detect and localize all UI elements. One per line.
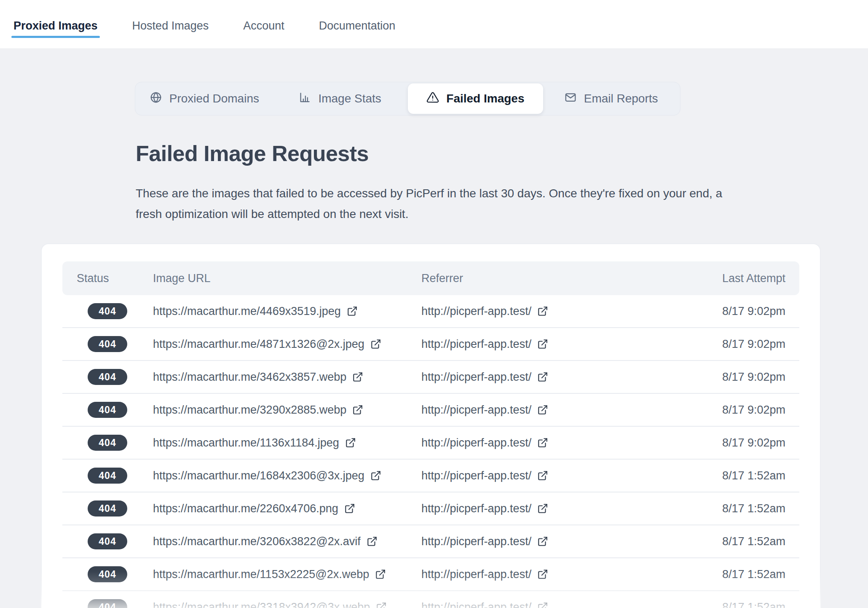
external-link-icon[interactable]	[376, 602, 387, 608]
top-nav: Proxied Images Hosted Images Account Doc…	[0, 0, 868, 49]
external-link-icon[interactable]	[537, 437, 548, 448]
nav-item-proxied-images[interactable]: Proxied Images	[13, 11, 98, 32]
external-link-icon[interactable]	[537, 536, 548, 547]
status-cell: 404	[77, 369, 153, 385]
external-link-icon[interactable]	[537, 503, 548, 514]
tab-label: Proxied Domains	[169, 92, 259, 105]
referrer-link[interactable]: http://picperf-app.test/	[421, 601, 531, 608]
page-title: Failed Image Requests	[136, 141, 868, 166]
external-link-icon[interactable]	[537, 371, 548, 382]
referrer-link[interactable]: http://picperf-app.test/	[421, 305, 531, 318]
external-link-icon[interactable]	[345, 437, 356, 448]
last-attempt: 8/17 9:02pm	[722, 338, 785, 351]
nav-item-documentation[interactable]: Documentation	[319, 11, 396, 32]
status-cell: 404	[77, 533, 153, 549]
last-attempt: 8/17 9:02pm	[722, 436, 785, 449]
last-attempt: 8/17 1:52am	[722, 469, 785, 482]
tab-label: Email Reports	[584, 92, 658, 105]
external-link-icon[interactable]	[352, 371, 363, 382]
table-row: 404 https://macarthur.me/3290x2885.webp …	[62, 394, 799, 427]
referrer-cell: http://picperf-app.test/	[421, 568, 722, 581]
table-body: 404 https://macarthur.me/4469x3519.jpeg …	[62, 295, 799, 608]
main-content: Proxied Domains Image Stats	[0, 82, 868, 608]
image-url-link[interactable]: https://macarthur.me/4469x3519.jpeg	[153, 305, 341, 318]
last-attempt: 8/17 9:02pm	[722, 305, 785, 318]
nav-item-hosted-images[interactable]: Hosted Images	[132, 11, 209, 32]
status-cell: 404	[77, 303, 153, 319]
external-link-icon[interactable]	[537, 339, 548, 350]
referrer-link[interactable]: http://picperf-app.test/	[421, 469, 531, 482]
column-header-status: Status	[77, 272, 153, 285]
external-link-icon[interactable]	[370, 339, 381, 350]
image-url-cell: https://macarthur.me/1153x2225@2x.webp	[153, 568, 421, 581]
referrer-link[interactable]: http://picperf-app.test/	[421, 502, 531, 515]
image-url-cell: https://macarthur.me/1136x1184.jpeg	[153, 436, 421, 449]
nav-item-account[interactable]: Account	[243, 11, 284, 32]
tab-label: Failed Images	[446, 92, 524, 105]
image-url-cell: https://macarthur.me/4469x3519.jpeg	[153, 305, 421, 318]
referrer-cell: http://picperf-app.test/	[421, 305, 722, 318]
image-url-link[interactable]: https://macarthur.me/3318x3942@3x.webp	[153, 601, 370, 608]
status-badge: 404	[88, 336, 127, 352]
external-link-icon[interactable]	[537, 404, 548, 415]
referrer-link[interactable]: http://picperf-app.test/	[421, 404, 531, 417]
column-header-referrer: Referrer	[421, 272, 722, 285]
table-row: 404 https://macarthur.me/1153x2225@2x.we…	[62, 558, 799, 591]
image-url-link[interactable]: https://macarthur.me/4871x1326@2x.jpeg	[153, 338, 364, 351]
page-description: These are the images that failed to be a…	[136, 183, 730, 224]
status-cell: 404	[77, 402, 153, 418]
status-badge: 404	[88, 500, 127, 517]
image-url-link[interactable]: https://macarthur.me/1684x2306@3x.jpeg	[153, 469, 364, 482]
external-link-icon[interactable]	[344, 503, 355, 514]
referrer-cell: http://picperf-app.test/	[421, 601, 722, 608]
external-link-icon[interactable]	[537, 470, 548, 481]
tab-failed-images[interactable]: Failed Images	[408, 83, 544, 114]
image-url-cell: https://macarthur.me/3290x2885.webp	[153, 404, 421, 417]
referrer-link[interactable]: http://picperf-app.test/	[421, 436, 531, 449]
table-row: 404 https://macarthur.me/3462x3857.webp …	[62, 361, 799, 394]
external-link-icon[interactable]	[370, 470, 381, 481]
image-url-link[interactable]: https://macarthur.me/2260x4706.png	[153, 502, 338, 515]
referrer-link[interactable]: http://picperf-app.test/	[421, 535, 531, 548]
external-link-icon[interactable]	[375, 569, 386, 580]
column-header-image-url: Image URL	[153, 272, 421, 285]
status-cell: 404	[77, 435, 153, 451]
image-url-link[interactable]: https://macarthur.me/1136x1184.jpeg	[153, 436, 339, 449]
tab-email-reports[interactable]: Email Reports	[543, 83, 679, 114]
table-header: Status Image URL Referrer Last Attempt	[62, 261, 799, 295]
external-link-icon[interactable]	[537, 306, 548, 317]
image-url-cell: https://macarthur.me/3462x3857.webp	[153, 371, 421, 384]
tab-proxied-domains[interactable]: Proxied Domains	[137, 83, 272, 114]
external-link-icon[interactable]	[347, 306, 358, 317]
status-cell: 404	[77, 500, 153, 517]
mail-icon	[564, 91, 577, 107]
alert-triangle-icon	[426, 91, 439, 107]
status-badge: 404	[88, 435, 127, 451]
external-link-icon[interactable]	[537, 569, 548, 580]
referrer-cell: http://picperf-app.test/	[421, 535, 722, 548]
referrer-link[interactable]: http://picperf-app.test/	[421, 338, 531, 351]
table-row: 404 https://macarthur.me/1684x2306@3x.jp…	[62, 460, 799, 492]
status-badge: 404	[88, 533, 127, 549]
last-attempt: 8/17 1:52am	[722, 535, 785, 548]
external-link-icon[interactable]	[352, 404, 363, 415]
external-link-icon[interactable]	[367, 536, 378, 547]
external-link-icon[interactable]	[537, 602, 548, 608]
image-url-link[interactable]: https://macarthur.me/3290x2885.webp	[153, 404, 346, 417]
referrer-cell: http://picperf-app.test/	[421, 502, 722, 515]
table-row: 404 https://macarthur.me/4469x3519.jpeg …	[62, 295, 799, 328]
table-row: 404 https://macarthur.me/3206x3822@2x.av…	[62, 525, 799, 558]
column-header-last-attempt: Last Attempt	[722, 272, 785, 285]
image-url-link[interactable]: https://macarthur.me/1153x2225@2x.webp	[153, 568, 369, 581]
referrer-cell: http://picperf-app.test/	[421, 404, 722, 417]
image-url-link[interactable]: https://macarthur.me/3462x3857.webp	[153, 371, 346, 384]
failed-images-card: Status Image URL Referrer Last Attempt 4…	[41, 243, 821, 608]
referrer-cell: http://picperf-app.test/	[421, 338, 722, 351]
image-url-link[interactable]: https://macarthur.me/3206x3822@2x.avif	[153, 535, 361, 548]
tab-image-stats[interactable]: Image Stats	[272, 83, 408, 114]
referrer-cell: http://picperf-app.test/	[421, 469, 722, 482]
last-attempt: 8/17 9:02pm	[722, 371, 785, 384]
referrer-link[interactable]: http://picperf-app.test/	[421, 568, 531, 581]
referrer-link[interactable]: http://picperf-app.test/	[421, 371, 531, 384]
image-url-cell: https://macarthur.me/3318x3942@3x.webp	[153, 601, 421, 608]
